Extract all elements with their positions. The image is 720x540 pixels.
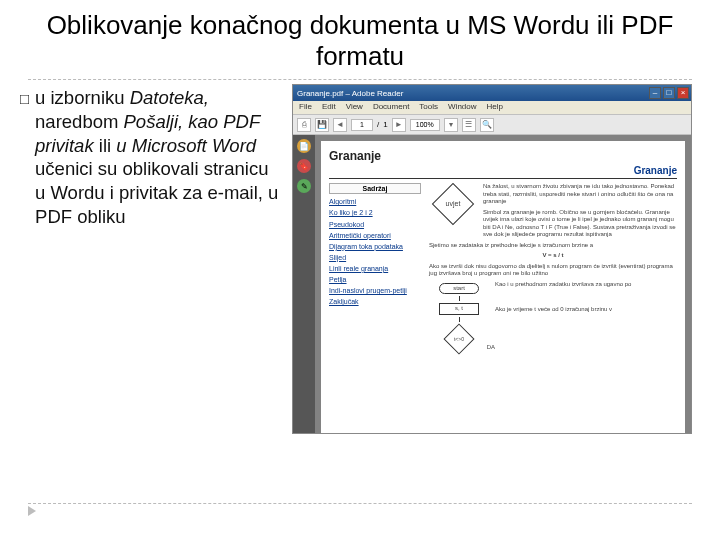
menu-item[interactable]: Tools xyxy=(419,102,438,113)
toc-link[interactable]: Pseudokod xyxy=(329,220,421,229)
toc-link[interactable]: Aritmetički operatori xyxy=(329,231,421,240)
page-total: 1 xyxy=(383,120,387,129)
menu-item[interactable]: File xyxy=(299,102,312,113)
toolbar: ⎙ 💾 ◄ 1 / 1 ► 100% ▾ ☰ 🔍 xyxy=(293,115,691,135)
bullet-marker: □ xyxy=(20,89,29,228)
paragraph: Ako je vrijeme t veće od 0 izračunaj brz… xyxy=(495,306,677,314)
zoom-input[interactable]: 100% xyxy=(410,119,440,131)
toc-link[interactable]: Dijagram toka podataka xyxy=(329,242,421,251)
tool-icon[interactable]: ☰ xyxy=(462,118,476,132)
page-number-input[interactable]: 1 xyxy=(351,119,373,131)
paragraph: Simbol za grananje je romb. Obično se u … xyxy=(483,209,677,239)
search-icon[interactable]: 🔍 xyxy=(480,118,494,132)
divider-bottom xyxy=(28,503,692,504)
toc-title: Sadržaj xyxy=(329,183,421,194)
menu-item[interactable]: Help xyxy=(487,102,503,113)
prev-page-icon[interactable]: ◄ xyxy=(333,118,347,132)
pdf-reader-window: Grananje.pdf – Adobe Reader – □ × File E… xyxy=(292,84,692,434)
divider-top xyxy=(28,79,692,80)
page-sep: / xyxy=(377,120,379,129)
zoom-dropdown-icon[interactable]: ▾ xyxy=(444,118,458,132)
toc-link[interactable]: Slijed xyxy=(329,253,421,262)
formula: V = s / t xyxy=(429,252,677,260)
menu-item[interactable]: View xyxy=(346,102,363,113)
signature-icon[interactable]: ✎ xyxy=(297,179,311,193)
window-title: Grananje.pdf – Adobe Reader xyxy=(297,89,403,98)
paragraph: Sjetimo se zadataka iz prethodne lekcije… xyxy=(429,242,677,250)
reader-sidebar: 📄 🔖 ✎ xyxy=(293,135,315,433)
flow-io: s, t xyxy=(439,303,479,315)
next-page-icon[interactable]: ► xyxy=(392,118,406,132)
window-buttons: – □ × xyxy=(649,87,689,99)
article-body: uvjet Na žalost, u stvarnom životu zbiva… xyxy=(429,183,677,433)
page-canvas[interactable]: Grananje Grananje Sadržaj Algoritmi Ko l… xyxy=(315,135,691,433)
bullet-text: u izborniku Datoteka, naredbom Pošalji, … xyxy=(35,86,280,228)
toc-link[interactable]: Zaključak xyxy=(329,297,421,306)
page-thumb-icon[interactable]: 📄 xyxy=(297,139,311,153)
paper: Grananje Grananje Sadržaj Algoritmi Ko l… xyxy=(321,141,685,433)
toc-link[interactable]: Linli reale grananja xyxy=(329,264,421,273)
bullet-text-block: □ u izborniku Datoteka, naredbom Pošalji… xyxy=(20,84,280,434)
next-slide-icon[interactable] xyxy=(28,506,36,516)
reader-main: 📄 🔖 ✎ Grananje Grananje Sadržaj Algoritm… xyxy=(293,135,691,433)
flow-start: start xyxy=(439,283,479,295)
content-row: □ u izborniku Datoteka, naredbom Pošalji… xyxy=(0,84,720,434)
menu-item[interactable]: Window xyxy=(448,102,476,113)
toc-link[interactable]: Indi-naslovi prugem-petlji xyxy=(329,286,421,295)
close-button[interactable]: × xyxy=(677,87,689,99)
paragraph: Ako se izvrši dok nisu dogovorno da djel… xyxy=(429,263,677,278)
slide-title: Oblikovanje konačnog dokumenta u MS Word… xyxy=(0,0,720,75)
doc-heading-right: Grananje xyxy=(329,165,677,179)
print-icon[interactable]: ⎙ xyxy=(297,118,311,132)
paragraph: Kao i u prethodnom zadatku izvršava za u… xyxy=(495,281,677,289)
minimize-button[interactable]: – xyxy=(649,87,661,99)
window-titlebar: Grananje.pdf – Adobe Reader – □ × xyxy=(293,85,691,101)
toc-link[interactable]: Petlja xyxy=(329,275,421,284)
save-icon[interactable]: 💾 xyxy=(315,118,329,132)
menu-bar: File Edit View Document Tools Window Hel… xyxy=(293,101,691,115)
toc-link[interactable]: Algoritmi xyxy=(329,197,421,206)
menu-item[interactable]: Document xyxy=(373,102,409,113)
bookmark-icon[interactable]: 🔖 xyxy=(297,159,311,173)
menu-item[interactable]: Edit xyxy=(322,102,336,113)
toc-link[interactable]: Ko liko je 2 i 2 xyxy=(329,208,421,217)
paragraph: Na žalost, u stvarnom životu zbivanja ne… xyxy=(483,183,677,206)
doc-heading: Grananje xyxy=(329,149,677,163)
table-of-contents: Sadržaj Algoritmi Ko liko je 2 i 2 Pseud… xyxy=(329,183,421,433)
flow-diamond: uvjet xyxy=(432,183,474,225)
maximize-button[interactable]: □ xyxy=(663,87,675,99)
